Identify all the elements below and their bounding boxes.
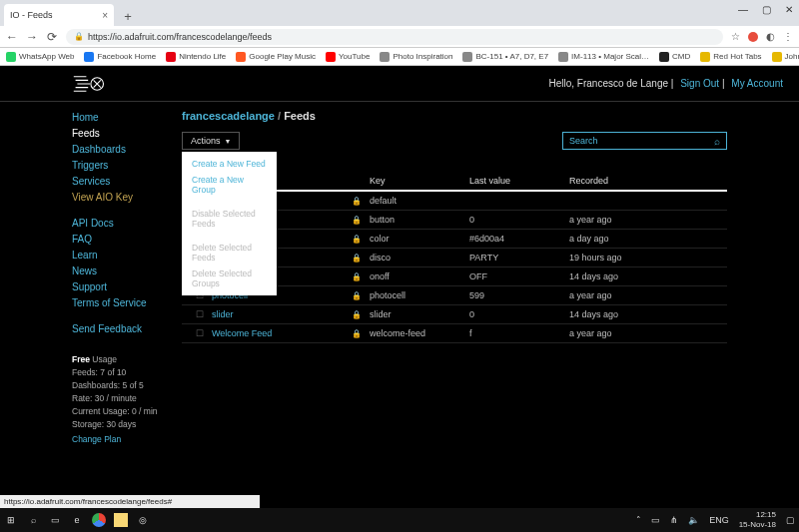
- actions-button[interactable]: Actions ▼: [182, 132, 240, 150]
- col-key[interactable]: Key: [366, 172, 465, 191]
- site-header: Hello, Francesco de Lange | Sign Out | M…: [0, 66, 799, 102]
- nav-news[interactable]: News: [72, 264, 182, 279]
- nav-services[interactable]: Services: [72, 174, 182, 190]
- task-view-icon[interactable]: ▭: [48, 513, 62, 527]
- adafruit-io-logo[interactable]: [72, 72, 112, 96]
- tray-up-icon[interactable]: ˄: [636, 515, 641, 525]
- cell-key: onoff: [366, 267, 465, 286]
- chevron-down-icon: ▼: [225, 138, 232, 145]
- nav-dashboards[interactable]: Dashboards: [72, 142, 182, 158]
- back-button[interactable]: ←: [6, 30, 18, 44]
- edge-icon[interactable]: e: [70, 513, 84, 527]
- main-panel: francescadelange / Feeds Actions ▼ ⌕ Cre…: [182, 110, 799, 446]
- cell-recorded: a year ago: [565, 286, 727, 305]
- bookmark-icon: [166, 52, 176, 62]
- bookmark-icon: [236, 52, 246, 62]
- nav-aio-key[interactable]: View AIO Key: [72, 190, 182, 206]
- battery-icon[interactable]: ▭: [651, 515, 660, 525]
- nav-faq[interactable]: FAQ: [72, 232, 182, 248]
- send-feedback-link[interactable]: Send Feedback: [72, 321, 182, 337]
- cell-key: disco: [366, 249, 465, 267]
- table-row[interactable]: ☐slider🔒slider014 days ago: [182, 305, 727, 324]
- dd-create-group[interactable]: Create a New Group: [182, 172, 277, 198]
- browser-tab[interactable]: IO - Feeds ×: [4, 4, 114, 26]
- feed-name-link[interactable]: slider: [208, 305, 348, 324]
- menu-icon[interactable]: ⋮: [783, 31, 793, 42]
- maximize-button[interactable]: ▢: [762, 4, 771, 15]
- col-recorded[interactable]: Recorded: [565, 172, 727, 191]
- extension-icon[interactable]: [748, 32, 758, 42]
- bookmark-item[interactable]: BC-151 • A7, D7, E7: [462, 52, 548, 62]
- bookmark-item[interactable]: WhatsApp Web: [6, 52, 74, 62]
- cell-last: PARTY: [465, 249, 565, 267]
- search-icon[interactable]: ⌕: [714, 136, 720, 147]
- cell-recorded: a day ago: [565, 230, 727, 249]
- bookmark-item[interactable]: Nintendo Life: [166, 52, 226, 62]
- bookmark-icon: [380, 52, 390, 62]
- nav-feeds[interactable]: Feeds: [72, 126, 182, 142]
- sign-out-link[interactable]: Sign Out: [680, 78, 719, 89]
- bookmark-item[interactable]: Red Hot Tabs: [700, 52, 761, 62]
- cell-recorded: 14 days ago: [565, 267, 727, 286]
- minimize-button[interactable]: —: [738, 4, 748, 15]
- nav-home[interactable]: Home: [72, 110, 182, 126]
- row-checkbox[interactable]: ☐: [182, 324, 208, 343]
- usage-storage: Storage: 30 days: [72, 418, 182, 431]
- new-tab-button[interactable]: +: [118, 6, 138, 26]
- windows-taskbar: ⊞ ⌕ ▭ e ◎ ˄ ▭ ⋔ 🔈 ENG 12:15 15-Nov-18 ▢: [0, 508, 799, 532]
- window-controls: — ▢ ✕: [738, 4, 793, 15]
- close-window-button[interactable]: ✕: [785, 4, 793, 15]
- bookmark-item[interactable]: Google Play Music: [236, 52, 316, 62]
- search-taskbar-icon[interactable]: ⌕: [26, 513, 40, 527]
- bookmark-icon: [462, 52, 472, 62]
- url-text: https://io.adafruit.com/francescodelange…: [88, 32, 272, 42]
- wifi-icon[interactable]: ⋔: [670, 515, 678, 525]
- table-row[interactable]: ☐Welcome Feed🔒welcome-feedfa year ago: [182, 324, 727, 343]
- notifications-icon[interactable]: ▢: [786, 515, 795, 525]
- bookmark-item[interactable]: CMD: [659, 52, 690, 62]
- bookmark-item[interactable]: Photo Inspiration: [380, 52, 452, 62]
- volume-icon[interactable]: 🔈: [688, 515, 699, 525]
- chrome-icon[interactable]: [92, 513, 106, 527]
- bookmark-item[interactable]: YouTube: [326, 52, 370, 62]
- my-account-link[interactable]: My Account: [731, 78, 783, 89]
- row-checkbox[interactable]: ☐: [182, 305, 208, 324]
- feed-name-link[interactable]: Welcome Feed: [208, 324, 348, 343]
- status-bar: https://io.adafruit.com/francescodelange…: [0, 495, 260, 508]
- search-input[interactable]: [569, 136, 714, 146]
- cell-recorded: a year ago: [565, 211, 727, 230]
- address-bar: ← → ⟳ 🔒 https://io.adafruit.com/francesc…: [0, 26, 799, 48]
- browser-tabstrip: IO - Feeds × + — ▢ ✕: [0, 0, 799, 26]
- close-icon[interactable]: ×: [102, 10, 108, 21]
- bookmark-item[interactable]: John Frusciante Tabs: [772, 52, 799, 62]
- start-button[interactable]: ⊞: [4, 513, 18, 527]
- cell-last: 0: [465, 305, 565, 324]
- star-icon[interactable]: ☆: [731, 31, 740, 42]
- nav-api-docs[interactable]: API Docs: [72, 216, 182, 232]
- lang-indicator[interactable]: ENG: [709, 515, 729, 525]
- dd-disable-feeds: Disable Selected Feeds: [182, 206, 277, 232]
- reload-button[interactable]: ⟳: [46, 30, 58, 44]
- actions-dropdown: Create a New Feed Create a New Group Dis…: [182, 152, 277, 295]
- nav-triggers[interactable]: Triggers: [72, 158, 182, 174]
- search-box[interactable]: ⌕: [562, 132, 727, 150]
- toolbar: Actions ▼ ⌕ Create a New Feed Create a N…: [182, 132, 727, 150]
- nav-support[interactable]: Support: [72, 279, 182, 295]
- bookmark-item[interactable]: Facebook Home: [84, 52, 156, 62]
- nav-learn[interactable]: Learn: [72, 248, 182, 264]
- cell-last: 0: [465, 211, 565, 230]
- clock[interactable]: 12:15 15-Nov-18: [739, 510, 776, 530]
- col-last[interactable]: Last value: [465, 172, 565, 191]
- url-input[interactable]: 🔒 https://io.adafruit.com/francescodelan…: [66, 29, 723, 45]
- forward-button[interactable]: →: [26, 30, 38, 44]
- bookmark-item[interactable]: IM-113 • Major Scal…: [558, 52, 649, 62]
- cell-key: slider: [366, 305, 465, 324]
- breadcrumb-user[interactable]: francescadelange: [182, 110, 275, 122]
- profile-icon[interactable]: ◐: [766, 31, 775, 42]
- app-icon[interactable]: ◎: [136, 513, 150, 527]
- dd-create-feed[interactable]: Create a New Feed: [182, 156, 277, 172]
- file-explorer-icon[interactable]: [114, 513, 128, 527]
- nav-tos[interactable]: Terms of Service: [72, 295, 182, 311]
- lock-icon: 🔒: [348, 305, 366, 324]
- change-plan-link[interactable]: Change Plan: [72, 433, 182, 446]
